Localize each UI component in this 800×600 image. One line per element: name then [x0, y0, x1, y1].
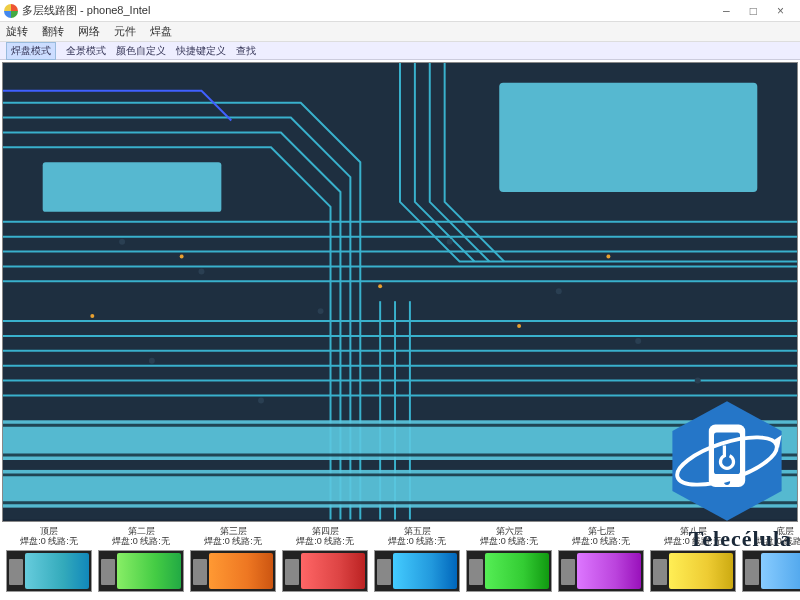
layer-name: 顶层: [40, 526, 58, 536]
layer-item-3[interactable]: 第三层焊盘:0 线路:无: [190, 526, 276, 592]
menu-flip[interactable]: 翻转: [42, 24, 64, 39]
layer-pad: 焊盘:0: [296, 536, 322, 546]
svg-point-18: [90, 314, 94, 318]
layer-pad: 焊盘:0: [112, 536, 138, 546]
layer-pad: 焊盘:0: [388, 536, 414, 546]
tool-shortcut-custom[interactable]: 快捷键定义: [176, 44, 226, 58]
layer-pad: 焊盘:0: [756, 536, 782, 546]
svg-point-17: [606, 255, 610, 259]
svg-point-14: [180, 255, 184, 259]
svg-point-13: [258, 397, 264, 403]
window-title: 多层线路图 - phone8_Intel: [22, 3, 717, 18]
svg-point-5: [119, 239, 125, 245]
layer-pad: 焊盘:0: [480, 536, 506, 546]
layer-thumb: [650, 550, 736, 592]
menubar: 旋转 翻转 网络 元件 焊盘: [0, 22, 800, 42]
layer-item-9[interactable]: 底层焊盘:0 线路:无: [742, 526, 800, 592]
layer-name: 底层: [776, 526, 794, 536]
tool-find[interactable]: 查找: [236, 44, 256, 58]
layer-thumb: [742, 550, 800, 592]
titlebar: 多层线路图 - phone8_Intel – □ ×: [0, 0, 800, 22]
svg-point-12: [149, 358, 155, 364]
menu-pad[interactable]: 焊盘: [150, 24, 172, 39]
layer-thumb: [190, 550, 276, 592]
layer-item-8[interactable]: 第八层焊盘:0 线路:无: [650, 526, 736, 592]
layer-thumb: [558, 550, 644, 592]
layer-item-1[interactable]: 顶层焊盘:0 线路:无: [6, 526, 92, 592]
svg-point-6: [199, 268, 205, 274]
layer-item-5[interactable]: 第五层焊盘:0 线路:无: [374, 526, 460, 592]
layer-pad: 焊盘:0: [204, 536, 230, 546]
layer-item-2[interactable]: 第二层焊盘:0 线路:无: [98, 526, 184, 592]
maximize-button[interactable]: □: [744, 4, 763, 18]
layer-trace: 线路:无: [600, 536, 630, 546]
menu-component[interactable]: 元件: [114, 24, 136, 39]
svg-rect-4: [43, 162, 222, 212]
layer-thumb: [6, 550, 92, 592]
layer-item-6[interactable]: 第六层焊盘:0 线路:无: [466, 526, 552, 592]
svg-point-10: [635, 338, 641, 344]
svg-point-8: [447, 239, 453, 245]
minimize-button[interactable]: –: [717, 4, 736, 18]
app-icon: [4, 4, 18, 18]
layer-name: 第七层: [588, 526, 615, 536]
layer-trace: 线路:无: [324, 536, 354, 546]
layer-pad: 焊盘:0: [664, 536, 690, 546]
layer-trace: 线路:无: [784, 536, 800, 546]
layer-name: 第六层: [496, 526, 523, 536]
menu-rotate[interactable]: 旋转: [6, 24, 28, 39]
layer-item-4[interactable]: 第四层焊盘:0 线路:无: [282, 526, 368, 592]
layer-thumb: [466, 550, 552, 592]
layer-name: 第四层: [312, 526, 339, 536]
layer-thumb: [98, 550, 184, 592]
layer-item-7[interactable]: 第七层焊盘:0 线路:无: [558, 526, 644, 592]
layer-trace: 线路:无: [692, 536, 722, 546]
layer-thumb: [282, 550, 368, 592]
svg-point-9: [556, 288, 562, 294]
menu-net[interactable]: 网络: [78, 24, 100, 39]
layer-pad: 焊盘:0: [20, 536, 46, 546]
svg-point-16: [517, 324, 521, 328]
mode-panorama[interactable]: 全景模式: [66, 44, 106, 58]
layer-name: 第八层: [680, 526, 707, 536]
layer-trace: 线路:无: [508, 536, 538, 546]
pcb-canvas[interactable]: X:6334.81 Y:95400 错三层: [2, 62, 798, 522]
svg-rect-3: [499, 83, 757, 192]
pcb-traces: [3, 63, 797, 520]
layer-trace: 线路:无: [48, 536, 78, 546]
layer-name: 第三层: [220, 526, 247, 536]
svg-point-7: [318, 308, 324, 314]
layer-name: 第五层: [404, 526, 431, 536]
layer-trace: 线路:无: [232, 536, 262, 546]
tool-color-custom[interactable]: 颜色自定义: [116, 44, 166, 58]
toolbar: 焊盘模式 全景模式 颜色自定义 快捷键定义 查找: [0, 42, 800, 60]
layer-trace: 线路:无: [416, 536, 446, 546]
svg-point-15: [378, 284, 382, 288]
mode-pad[interactable]: 焊盘模式: [6, 42, 56, 60]
close-button[interactable]: ×: [771, 4, 790, 18]
layer-thumb: [374, 550, 460, 592]
layer-pad: 焊盘:0: [572, 536, 598, 546]
layer-thumbnails: 顶层焊盘:0 线路:无 第二层焊盘:0 线路:无 第三层焊盘:0 线路:无 第四…: [0, 524, 800, 600]
layer-trace: 线路:无: [140, 536, 170, 546]
svg-point-11: [695, 378, 701, 384]
layer-name: 第二层: [128, 526, 155, 536]
window-controls: – □ ×: [717, 4, 796, 18]
